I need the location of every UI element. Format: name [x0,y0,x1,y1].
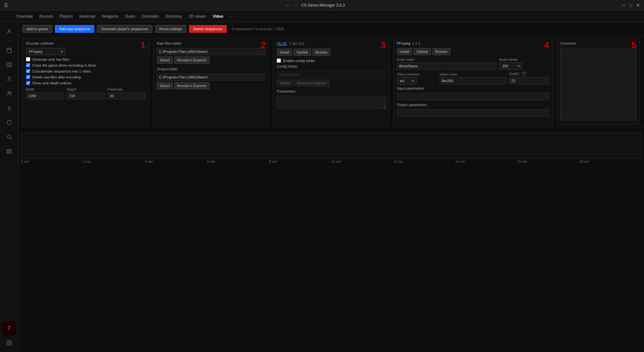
sidebar-item-user[interactable] [3,25,16,38]
add-to-queue-button[interactable]: Add to queue [22,25,52,33]
width-input[interactable] [26,92,64,99]
hlae-install-button[interactable]: Install [277,49,292,56]
video-codec-input[interactable] [440,77,506,84]
input-params-input[interactable] [397,93,549,100]
delete-sequences-button[interactable]: Delete sequences [189,25,226,33]
enable-config-row: Enable config folder [277,58,385,63]
checkbox-label-cb2[interactable]: Close the game when recording is done [32,63,96,67]
reset-settings-button[interactable]: Reset settings [155,25,187,33]
section-number-1: 1 [141,41,146,50]
checkbox-row-cb3: Concatenate sequences into 1 video [26,69,146,73]
timeline-area[interactable] [21,132,641,159]
raw-files-panel: 2 Raw files folder Select Reveal in Expl… [153,38,269,125]
sequences-info: 0 sequences | 0 seconds | ~0GB [232,27,284,31]
topnav-item-rounds[interactable]: Rounds [36,12,56,21]
framerate-input[interactable] [107,92,146,99]
checkbox-cb5[interactable] [26,81,30,85]
nav-right-arrow[interactable]: → [228,14,235,19]
svg-point-9 [7,135,11,139]
sidebar-item-calendar[interactable] [3,44,16,57]
ffmpeg-update-button[interactable]: Update [413,48,431,55]
topnav-item-2d-viewer[interactable]: 2D viewer [185,12,209,21]
checkbox-cb3[interactable] [26,69,30,73]
checkbox-label-cb5[interactable]: Show only death notices [32,81,71,85]
output-path-input[interactable] [157,74,265,81]
audio-bitrate-select[interactable]: 256 128 192 320 [499,62,522,70]
quality-input[interactable] [509,77,549,84]
topnav-item-video[interactable]: Video [209,12,226,21]
topnav-item-economy[interactable]: Economy [162,12,185,21]
ffmpeg-panel: 4 FFmpeg 5.1.5 Install Update Browse Aud… [393,38,553,125]
minimize-button[interactable]: ─ [622,3,626,8]
add-new-sequence-button[interactable]: Add new sequence [55,25,94,33]
video-container-select[interactable]: avi mp4 mkv [397,77,417,84]
close-button[interactable]: ✕ [636,3,640,8]
topnav-item-duels[interactable]: Duels [122,12,139,21]
video-codec-label: Video codec [440,73,506,76]
sidebar-item-shield[interactable] [3,116,16,129]
timeline-label-4: 8 min [269,160,277,164]
hlae-config-reveal-button[interactable]: Reveal in Explorer [294,79,330,87]
timeline-label-6: 12 min [393,160,403,164]
sidebar-item-storage[interactable] [3,145,16,158]
topnav-item-players[interactable]: Players [56,12,76,21]
raw-reveal-button[interactable]: Reveal in Explorer [174,56,210,64]
raw-files-path-input[interactable] [157,48,265,55]
checkbox-label-cb4[interactable]: Delete raw files after encoding [32,75,81,79]
checkbox-cb1[interactable] [26,57,30,61]
hlae-parameters-input[interactable] [277,96,385,109]
checkbox-cb2[interactable] [26,63,30,67]
quality-help-icon[interactable]: ? [521,72,526,76]
sidebar-item-download[interactable] [3,101,16,115]
sidebar-item-team[interactable] [3,87,16,100]
nav-fwd-icon[interactable]: → [293,3,298,8]
comment-title: Comment [560,41,636,45]
config-folder-input[interactable] [277,71,385,78]
sidebar-item-settings[interactable] [3,336,16,349]
comment-textarea[interactable] [560,48,636,120]
ffmpeg-browse-button[interactable]: Browse [432,48,450,55]
audio-bitrate-dropdown[interactable]: 256 128 192 320 ▼ [499,62,522,70]
enable-config-checkbox[interactable] [277,58,281,63]
audio-codec-input[interactable] [397,62,497,70]
height-input[interactable] [67,92,105,99]
nav-back-icon[interactable]: ← [286,3,290,8]
width-label: Width [26,88,64,91]
topnav-item-overview[interactable]: Overview [13,12,36,21]
hlae-browse-button[interactable]: Browse [312,49,331,56]
checkbox-cb4[interactable] [26,75,30,79]
checkbox-row-cb5: Show only death notices [26,81,146,85]
nav-left-arrow[interactable]: ← [5,14,12,19]
enable-config-label[interactable]: Enable config folder [283,59,315,63]
timeline-label-9: 18 min [579,160,589,164]
hlae-update-button[interactable]: Update [293,49,311,56]
timeline-labels: 0 min2 min4 min6 min8 min10 min12 min14 … [21,159,641,160]
output-select-button[interactable]: Select [157,82,173,89]
hlae-title-link[interactable]: HLAE [277,41,287,46]
sidebar-item-player[interactable] [3,73,16,86]
raw-select-button[interactable]: Select [157,56,173,64]
svg-point-15 [8,342,10,344]
topnav-item-grenades[interactable]: Grenades [138,12,162,21]
sidebar-item-video[interactable]: 7 [3,322,16,335]
ffmpeg-install-button[interactable]: Install [397,48,412,55]
topnav-item-weapons[interactable]: Weapons [99,12,122,21]
output-reveal-button[interactable]: Reveal in Explorer [174,82,210,89]
sidebar-item-search[interactable] [3,130,16,143]
topnav-item-heatmap[interactable]: Heatmap [76,12,99,21]
config-folder-title: Config folder [277,64,385,68]
section-number-5: 5 [631,41,636,50]
maximize-button[interactable]: □ [630,3,632,8]
encoder-select[interactable]: FFmpeg [26,48,65,55]
generate-players-sequences-button[interactable]: Generate player's sequences [97,25,152,33]
svg-point-8 [10,92,11,93]
encoder-dropdown[interactable]: FFmpeg ▼ [26,48,65,55]
video-container-dropdown[interactable]: avi mp4 mkv ▼ [397,77,417,84]
checkbox-label-cb1[interactable]: Generate only raw files [32,57,69,61]
checkbox-label-cb3[interactable]: Concatenate sequences into 1 video [32,69,91,73]
menu-icon[interactable]: ☰ [4,3,8,8]
output-params-input[interactable] [397,109,549,117]
hlae-version-row: HLAE 2.167.0.0 [277,41,385,46]
sidebar-item-demo[interactable] [3,58,16,71]
hlae-config-select-button[interactable]: Select [277,79,293,87]
